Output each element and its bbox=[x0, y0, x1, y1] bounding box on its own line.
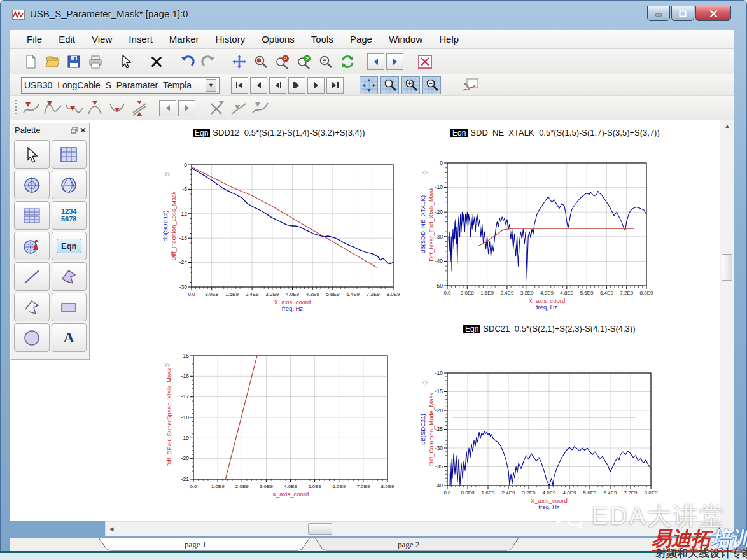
next-page-button[interactable] bbox=[307, 77, 325, 94]
marker-next-button[interactable] bbox=[178, 100, 195, 116]
zoom-selection-button[interactable] bbox=[315, 52, 337, 72]
marker-delta-button[interactable] bbox=[129, 98, 150, 118]
list-icon-line1: 1234 bbox=[61, 207, 76, 215]
svg-text:-17: -17 bbox=[181, 393, 190, 400]
scroll-up-icon[interactable]: ▲ bbox=[720, 120, 734, 132]
marker-trace-button[interactable] bbox=[249, 98, 271, 118]
close-box-icon bbox=[417, 54, 433, 69]
tab-page2-label[interactable]: page 2 bbox=[398, 540, 419, 550]
save-button[interactable] bbox=[63, 52, 85, 72]
zoom-out-2x-icon: 2 bbox=[275, 54, 290, 69]
palette-circle-tool[interactable] bbox=[14, 323, 50, 352]
close-window-button[interactable] bbox=[414, 52, 436, 72]
svg-text:☼: ☼ bbox=[164, 360, 171, 369]
palette-select-tool[interactable] bbox=[14, 140, 50, 169]
close-button[interactable] bbox=[695, 6, 731, 21]
print-button[interactable] bbox=[85, 52, 106, 72]
prev-step-button[interactable] bbox=[269, 77, 286, 94]
palette-line-tool[interactable] bbox=[14, 262, 50, 291]
plot-sdc21[interactable]: 0.08.0E81.6E92.4E93.2E94.0E94.8E95.6E96.… bbox=[416, 367, 671, 519]
svg-text:1.6E9: 1.6E9 bbox=[480, 290, 494, 296]
menu-file[interactable]: File bbox=[18, 32, 50, 46]
pan-move-button[interactable] bbox=[228, 52, 250, 72]
tab-page1-label[interactable]: page 1 bbox=[185, 540, 206, 550]
horizontal-scrollbar[interactable]: ◀ ▶ bbox=[105, 521, 727, 536]
minimize-button[interactable] bbox=[647, 6, 670, 21]
first-page-button[interactable] bbox=[231, 77, 248, 94]
palette-text-tool[interactable]: A bbox=[52, 323, 87, 352]
svg-text:0: 0 bbox=[184, 162, 187, 168]
float-panel-icon[interactable] bbox=[71, 127, 78, 134]
plot-sdd-ne-xtalk[interactable]: 0.08.0E81.6E92.4E93.2E94.0E94.8E95.6E96.… bbox=[416, 152, 671, 321]
palette-antenna-plot-tool[interactable] bbox=[14, 232, 50, 260]
scroll-down-icon[interactable]: ▼ bbox=[720, 526, 734, 538]
plot-sdd12[interactable]: 0.08.0E81.6E92.4E93.2E94.0E94.8E95.6E96.… bbox=[158, 152, 408, 321]
last-page-button[interactable] bbox=[326, 77, 344, 94]
marker-valley-button[interactable] bbox=[64, 98, 85, 118]
svg-text:freq, Hz: freq, Hz bbox=[538, 503, 560, 510]
redo-button[interactable] bbox=[198, 52, 220, 72]
menu-marker[interactable]: Marker bbox=[161, 32, 207, 46]
svg-text:6.0E9: 6.0E9 bbox=[332, 484, 346, 489]
marker-max-button[interactable] bbox=[85, 98, 107, 118]
palette-equation-tool[interactable]: Eqn bbox=[52, 232, 87, 260]
maximize-button[interactable] bbox=[671, 6, 694, 21]
view-fit-button[interactable] bbox=[360, 76, 378, 94]
zoom-in-2x-button[interactable]: 2 bbox=[293, 52, 315, 72]
view-zoom-area-button[interactable] bbox=[380, 76, 399, 94]
insert-plot-button[interactable] bbox=[460, 75, 482, 95]
menu-window[interactable]: Window bbox=[380, 32, 431, 46]
equation-sdc21[interactable]: EqnSDC21=0.5*(S(2,1)+S(2,3)-S(4,1)-S(4,3… bbox=[463, 324, 636, 333]
svg-text:8.0E9: 8.0E9 bbox=[387, 291, 400, 297]
equation-sdd12[interactable]: EqnSDD12=0.5*(S(1,2)-S(1,4)-S(3,2)+S(3,4… bbox=[193, 128, 365, 137]
history-forward-button[interactable] bbox=[386, 53, 403, 70]
menu-tools[interactable]: Tools bbox=[303, 32, 342, 46]
menu-history[interactable]: History bbox=[207, 32, 253, 46]
svg-text:dB(SDC21): dB(SDC21) bbox=[419, 414, 426, 445]
template-dropdown[interactable]: USB30_LongCable_S_Paramater_Templa ▼ bbox=[21, 77, 220, 94]
toolbar-grip[interactable] bbox=[15, 100, 17, 116]
vertical-scrollbar-thumb[interactable] bbox=[722, 254, 732, 281]
view-zoom-out-button[interactable] bbox=[422, 76, 441, 94]
plot-superspeed-xtalk-mask[interactable]: 0.01.0E92.0E93.0E94.0E95.0E96.0E97.0E98.… bbox=[158, 347, 408, 503]
palette-stacked-plot-tool[interactable] bbox=[14, 201, 50, 230]
menu-view[interactable]: View bbox=[83, 32, 120, 46]
scroll-left-icon[interactable]: ◀ bbox=[106, 522, 117, 536]
palette-polygon-tool[interactable] bbox=[52, 262, 87, 291]
svg-text:7.2E9: 7.2E9 bbox=[624, 490, 638, 496]
undo-button[interactable] bbox=[176, 52, 198, 72]
marker-peak-button[interactable] bbox=[42, 98, 64, 118]
palette-polyline-tool[interactable] bbox=[14, 293, 50, 321]
menu-insert[interactable]: Insert bbox=[120, 32, 161, 46]
menu-options[interactable]: Options bbox=[253, 32, 303, 46]
palette-rect-plot-tool[interactable] bbox=[52, 140, 87, 169]
delete-button[interactable] bbox=[146, 52, 167, 72]
save-floppy-icon bbox=[66, 54, 81, 69]
open-button[interactable] bbox=[41, 52, 63, 72]
marker-prev-button[interactable] bbox=[159, 100, 176, 116]
horizontal-scrollbar-thumb[interactable] bbox=[308, 523, 332, 535]
zoom-out-2x-button[interactable]: 2 bbox=[272, 52, 293, 72]
history-back-button[interactable] bbox=[367, 53, 384, 70]
menu-help[interactable]: Help bbox=[431, 32, 467, 46]
refresh-button[interactable] bbox=[337, 52, 358, 72]
palette-polar-plot-tool[interactable] bbox=[14, 171, 50, 199]
palette-rectangle-tool[interactable] bbox=[52, 293, 87, 321]
view-zoom-in-button[interactable] bbox=[401, 76, 420, 94]
marker-min-button[interactable] bbox=[107, 98, 129, 118]
vertical-scrollbar[interactable]: ▲ ▼ bbox=[720, 120, 734, 538]
palette-list-tool[interactable]: 12345678 bbox=[52, 201, 87, 230]
next-step-button[interactable] bbox=[288, 77, 305, 94]
palette-smith-chart-tool[interactable] bbox=[52, 171, 87, 199]
menu-page[interactable]: Page bbox=[342, 32, 380, 46]
marker-line-button[interactable] bbox=[228, 98, 249, 118]
new-button[interactable] bbox=[20, 52, 41, 72]
close-panel-icon[interactable] bbox=[80, 127, 86, 133]
marker-normal-button[interactable] bbox=[20, 98, 42, 118]
zoom-area-button[interactable] bbox=[250, 52, 272, 72]
equation-sdd-ne-xtalk[interactable]: EqnSDD_NE_XTALK=0.5*(S(1,5)-S(1,7)-S(3,5… bbox=[450, 128, 660, 137]
marker-clear-button[interactable] bbox=[206, 98, 228, 118]
menu-edit[interactable]: Edit bbox=[50, 32, 83, 46]
select-pointer-button[interactable] bbox=[115, 52, 137, 72]
prev-page-button[interactable] bbox=[250, 77, 267, 94]
